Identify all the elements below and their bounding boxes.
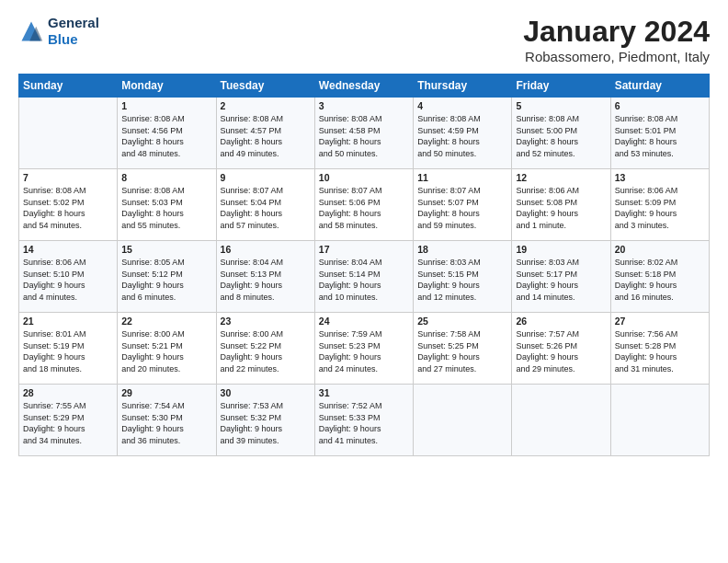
day-number: 15 — [121, 244, 211, 255]
calendar-cell: 18Sunrise: 8:03 AM Sunset: 5:15 PM Dayli… — [414, 241, 512, 313]
calendar-cell: 3Sunrise: 8:08 AM Sunset: 4:58 PM Daylig… — [314, 98, 413, 169]
month-title: January 2024 — [523, 15, 710, 49]
location: Robassomero, Piedmont, Italy — [523, 49, 710, 64]
logo: General Blue — [18, 15, 99, 48]
day-number: 14 — [23, 244, 113, 255]
day-info: Sunrise: 8:02 AM Sunset: 5:18 PM Dayligh… — [615, 257, 705, 303]
day-number: 11 — [417, 172, 507, 183]
day-info: Sunrise: 8:05 AM Sunset: 5:12 PM Dayligh… — [121, 257, 211, 303]
day-info: Sunrise: 8:08 AM Sunset: 4:57 PM Dayligh… — [221, 113, 311, 159]
calendar-cell: 2Sunrise: 8:08 AM Sunset: 4:57 PM Daylig… — [216, 98, 314, 169]
day-info: Sunrise: 8:07 AM Sunset: 5:07 PM Dayligh… — [417, 185, 507, 231]
calendar-cell: 4Sunrise: 8:08 AM Sunset: 4:59 PM Daylig… — [414, 98, 512, 169]
logo-text: General Blue — [48, 15, 99, 48]
day-header-saturday: Saturday — [610, 75, 709, 98]
day-info: Sunrise: 8:08 AM Sunset: 5:03 PM Dayligh… — [121, 185, 211, 231]
day-header-monday: Monday — [118, 75, 216, 98]
day-info: Sunrise: 8:06 AM Sunset: 5:10 PM Dayligh… — [23, 257, 113, 303]
day-info: Sunrise: 8:04 AM Sunset: 5:14 PM Dayligh… — [319, 257, 409, 303]
day-info: Sunrise: 8:08 AM Sunset: 5:02 PM Dayligh… — [23, 185, 113, 231]
week-row-5: 28Sunrise: 7:55 AM Sunset: 5:29 PM Dayli… — [19, 385, 710, 456]
calendar-cell: 29Sunrise: 7:54 AM Sunset: 5:30 PM Dayli… — [118, 385, 216, 456]
calendar-cell: 10Sunrise: 8:07 AM Sunset: 5:06 PM Dayli… — [314, 169, 413, 241]
calendar-cell: 24Sunrise: 7:59 AM Sunset: 5:23 PM Dayli… — [314, 313, 413, 385]
day-number: 10 — [319, 172, 409, 183]
calendar-cell: 1Sunrise: 8:08 AM Sunset: 4:56 PM Daylig… — [118, 98, 216, 169]
calendar-cell — [19, 98, 118, 169]
day-info: Sunrise: 7:59 AM Sunset: 5:23 PM Dayligh… — [319, 328, 409, 374]
day-number: 27 — [615, 316, 705, 327]
calendar-cell: 11Sunrise: 8:07 AM Sunset: 5:07 PM Dayli… — [414, 169, 512, 241]
calendar-cell: 16Sunrise: 8:04 AM Sunset: 5:13 PM Dayli… — [216, 241, 314, 313]
calendar-cell: 27Sunrise: 7:56 AM Sunset: 5:28 PM Dayli… — [610, 313, 709, 385]
calendar-cell: 23Sunrise: 8:00 AM Sunset: 5:22 PM Dayli… — [216, 313, 314, 385]
day-number: 17 — [319, 244, 409, 255]
day-info: Sunrise: 7:52 AM Sunset: 5:33 PM Dayligh… — [319, 400, 409, 446]
calendar-cell: 5Sunrise: 8:08 AM Sunset: 5:00 PM Daylig… — [512, 98, 610, 169]
calendar-cell: 22Sunrise: 8:00 AM Sunset: 5:21 PM Dayli… — [118, 313, 216, 385]
day-info: Sunrise: 7:57 AM Sunset: 5:26 PM Dayligh… — [516, 328, 606, 374]
calendar-cell: 7Sunrise: 8:08 AM Sunset: 5:02 PM Daylig… — [19, 169, 118, 241]
calendar-cell: 21Sunrise: 8:01 AM Sunset: 5:19 PM Dayli… — [19, 313, 118, 385]
day-number: 21 — [23, 316, 113, 327]
day-header-thursday: Thursday — [414, 75, 512, 98]
calendar-cell — [414, 385, 512, 456]
calendar-cell: 6Sunrise: 8:08 AM Sunset: 5:01 PM Daylig… — [610, 98, 709, 169]
day-info: Sunrise: 8:01 AM Sunset: 5:19 PM Dayligh… — [23, 328, 113, 374]
day-header-wednesday: Wednesday — [314, 75, 413, 98]
day-info: Sunrise: 7:58 AM Sunset: 5:25 PM Dayligh… — [417, 328, 507, 374]
calendar-cell: 28Sunrise: 7:55 AM Sunset: 5:29 PM Dayli… — [19, 385, 118, 456]
day-info: Sunrise: 8:06 AM Sunset: 5:08 PM Dayligh… — [516, 185, 606, 231]
week-row-3: 14Sunrise: 8:06 AM Sunset: 5:10 PM Dayli… — [19, 241, 710, 313]
day-number: 30 — [221, 387, 311, 398]
day-header-friday: Friday — [512, 75, 610, 98]
calendar-cell — [512, 385, 610, 456]
day-info: Sunrise: 8:04 AM Sunset: 5:13 PM Dayligh… — [221, 257, 311, 303]
day-number: 25 — [417, 316, 507, 327]
day-number: 1 — [121, 100, 211, 111]
day-number: 19 — [516, 244, 606, 255]
day-number: 13 — [615, 172, 705, 183]
day-info: Sunrise: 8:07 AM Sunset: 5:04 PM Dayligh… — [221, 185, 311, 231]
day-info: Sunrise: 7:55 AM Sunset: 5:29 PM Dayligh… — [23, 400, 113, 446]
calendar-cell: 25Sunrise: 7:58 AM Sunset: 5:25 PM Dayli… — [414, 313, 512, 385]
day-number: 31 — [319, 387, 409, 398]
day-number: 8 — [121, 172, 211, 183]
calendar-cell: 14Sunrise: 8:06 AM Sunset: 5:10 PM Dayli… — [19, 241, 118, 313]
day-info: Sunrise: 8:08 AM Sunset: 5:01 PM Dayligh… — [615, 113, 705, 159]
week-row-4: 21Sunrise: 8:01 AM Sunset: 5:19 PM Dayli… — [19, 313, 710, 385]
day-number: 26 — [516, 316, 606, 327]
header: General Blue January 2024 Robassomero, P… — [18, 15, 710, 64]
day-info: Sunrise: 8:08 AM Sunset: 5:00 PM Dayligh… — [516, 113, 606, 159]
week-row-1: 1Sunrise: 8:08 AM Sunset: 4:56 PM Daylig… — [19, 98, 710, 169]
day-info: Sunrise: 8:06 AM Sunset: 5:09 PM Dayligh… — [615, 185, 705, 231]
day-info: Sunrise: 8:07 AM Sunset: 5:06 PM Dayligh… — [319, 185, 409, 231]
day-number: 2 — [221, 100, 311, 111]
calendar-cell: 17Sunrise: 8:04 AM Sunset: 5:14 PM Dayli… — [314, 241, 413, 313]
calendar-cell: 13Sunrise: 8:06 AM Sunset: 5:09 PM Dayli… — [610, 169, 709, 241]
day-number: 3 — [319, 100, 409, 111]
calendar-cell — [610, 385, 709, 456]
day-number: 7 — [23, 172, 113, 183]
day-info: Sunrise: 7:54 AM Sunset: 5:30 PM Dayligh… — [121, 400, 211, 446]
day-number: 29 — [121, 387, 211, 398]
calendar-cell: 12Sunrise: 8:06 AM Sunset: 5:08 PM Dayli… — [512, 169, 610, 241]
day-number: 6 — [615, 100, 705, 111]
day-info: Sunrise: 8:03 AM Sunset: 5:15 PM Dayligh… — [417, 257, 507, 303]
day-number: 4 — [417, 100, 507, 111]
day-info: Sunrise: 7:53 AM Sunset: 5:32 PM Dayligh… — [221, 400, 311, 446]
week-row-2: 7Sunrise: 8:08 AM Sunset: 5:02 PM Daylig… — [19, 169, 710, 241]
day-info: Sunrise: 7:56 AM Sunset: 5:28 PM Dayligh… — [615, 328, 705, 374]
day-header-tuesday: Tuesday — [216, 75, 314, 98]
day-info: Sunrise: 8:00 AM Sunset: 5:21 PM Dayligh… — [121, 328, 211, 374]
day-number: 20 — [615, 244, 705, 255]
day-number: 22 — [121, 316, 211, 327]
day-number: 9 — [221, 172, 311, 183]
calendar-cell: 19Sunrise: 8:03 AM Sunset: 5:17 PM Dayli… — [512, 241, 610, 313]
day-header-sunday: Sunday — [19, 75, 118, 98]
day-number: 5 — [516, 100, 606, 111]
calendar-cell: 31Sunrise: 7:52 AM Sunset: 5:33 PM Dayli… — [314, 385, 413, 456]
calendar-cell: 8Sunrise: 8:08 AM Sunset: 5:03 PM Daylig… — [118, 169, 216, 241]
calendar-cell: 30Sunrise: 7:53 AM Sunset: 5:32 PM Dayli… — [216, 385, 314, 456]
title-block: January 2024 Robassomero, Piedmont, Ital… — [523, 15, 710, 64]
